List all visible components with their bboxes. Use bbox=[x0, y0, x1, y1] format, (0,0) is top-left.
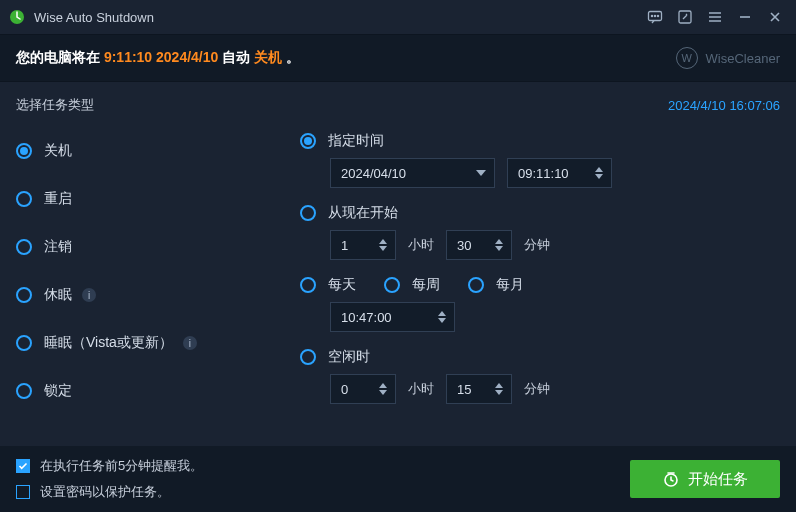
from-now-minutes-input[interactable]: 30 bbox=[446, 230, 512, 260]
status-post: 。 bbox=[282, 49, 300, 65]
status-mid: 自动 bbox=[218, 49, 254, 65]
radio-label: 睡眠（Vista或更新） bbox=[44, 334, 173, 352]
stepper-icon[interactable] bbox=[375, 383, 391, 395]
time-value: 09:11:10 bbox=[518, 166, 591, 181]
radio-indicator bbox=[16, 191, 32, 207]
radio-indicator bbox=[384, 277, 400, 293]
checkbox-label: 设置密码以保护任务。 bbox=[40, 483, 170, 501]
brand-label: WiseCleaner bbox=[706, 51, 780, 66]
radio-label: 每周 bbox=[412, 276, 440, 294]
stepper-icon[interactable] bbox=[491, 383, 507, 395]
radio-indicator bbox=[468, 277, 484, 293]
radio-label: 注销 bbox=[44, 238, 72, 256]
svg-point-2 bbox=[651, 15, 652, 16]
current-time: 2024/4/10 16:07:06 bbox=[668, 98, 780, 113]
radio-indicator bbox=[300, 205, 316, 221]
brand-icon: W bbox=[676, 47, 698, 69]
date-value: 2024/04/10 bbox=[341, 166, 472, 181]
radio-logoff[interactable]: 注销 bbox=[16, 228, 286, 266]
radio-label: 关机 bbox=[44, 142, 72, 160]
radio-idle[interactable]: 空闲时 bbox=[300, 348, 780, 366]
radio-indicator bbox=[16, 287, 32, 303]
stepper-icon[interactable] bbox=[491, 239, 507, 251]
idle-minutes-input[interactable]: 15 bbox=[446, 374, 512, 404]
radio-label: 从现在开始 bbox=[328, 204, 398, 222]
status-message: 您的电脑将在 9:11:10 2024/4/10 自动 关机 。 bbox=[16, 49, 300, 67]
date-input[interactable]: 2024/04/10 bbox=[330, 158, 495, 188]
radio-from-now[interactable]: 从现在开始 bbox=[300, 204, 780, 222]
input-value: 1 bbox=[341, 238, 375, 253]
unit-label: 小时 bbox=[408, 380, 434, 398]
checkbox-label: 在执行任务前5分钟提醒我。 bbox=[40, 457, 203, 475]
radio-label: 重启 bbox=[44, 190, 72, 208]
radio-monthly[interactable]: 每月 bbox=[468, 276, 524, 294]
stepper-icon[interactable] bbox=[591, 167, 607, 179]
minimize-icon[interactable] bbox=[734, 6, 756, 28]
checkbox-remind[interactable]: 在执行任务前5分钟提醒我。 bbox=[16, 457, 203, 475]
checkbox-indicator bbox=[16, 485, 30, 499]
stepper-icon[interactable] bbox=[434, 311, 450, 323]
svg-point-4 bbox=[657, 15, 658, 16]
svg-point-3 bbox=[654, 15, 655, 16]
menu-icon[interactable] bbox=[704, 6, 726, 28]
schedule-group: 指定时间 2024/04/10 09:11:10 从现在开始 1 小时 30 bbox=[286, 124, 780, 442]
radio-label: 空闲时 bbox=[328, 348, 370, 366]
radio-lock[interactable]: 锁定 bbox=[16, 372, 286, 410]
chevron-down-icon[interactable] bbox=[472, 170, 490, 176]
radio-indicator bbox=[16, 335, 32, 351]
stepper-icon[interactable] bbox=[375, 239, 391, 251]
clock-icon bbox=[662, 470, 680, 488]
titlebar: Wise Auto Shutdown bbox=[0, 0, 796, 34]
section-title: 选择任务类型 bbox=[16, 96, 94, 114]
radio-label: 每月 bbox=[496, 276, 524, 294]
input-value: 15 bbox=[457, 382, 491, 397]
recurrence-time-input[interactable]: 10:47:00 bbox=[330, 302, 455, 332]
radio-restart[interactable]: 重启 bbox=[16, 180, 286, 218]
radio-shutdown[interactable]: 关机 bbox=[16, 132, 286, 170]
time-input[interactable]: 09:11:10 bbox=[507, 158, 612, 188]
start-task-button[interactable]: 开始任务 bbox=[630, 460, 780, 498]
brand-link[interactable]: W WiseCleaner bbox=[676, 47, 780, 69]
radio-indicator bbox=[16, 143, 32, 159]
status-action: 关机 bbox=[254, 49, 282, 65]
radio-daily[interactable]: 每天 bbox=[300, 276, 356, 294]
unit-label: 分钟 bbox=[524, 236, 550, 254]
radio-label: 每天 bbox=[328, 276, 356, 294]
input-value: 30 bbox=[457, 238, 491, 253]
idle-hours-input[interactable]: 0 bbox=[330, 374, 396, 404]
info-icon[interactable]: i bbox=[183, 336, 197, 350]
time-value: 10:47:00 bbox=[341, 310, 434, 325]
radio-label: 指定时间 bbox=[328, 132, 384, 150]
radio-specified-time[interactable]: 指定时间 bbox=[300, 132, 780, 150]
status-time: 9:11:10 2024/4/10 bbox=[104, 49, 218, 65]
radio-hibernate[interactable]: 休眠 i bbox=[16, 276, 286, 314]
from-now-hours-input[interactable]: 1 bbox=[330, 230, 396, 260]
radio-label: 休眠 bbox=[44, 286, 72, 304]
radio-indicator bbox=[16, 383, 32, 399]
radio-label: 锁定 bbox=[44, 382, 72, 400]
radio-indicator bbox=[16, 239, 32, 255]
radio-indicator bbox=[300, 133, 316, 149]
start-task-label: 开始任务 bbox=[688, 470, 748, 489]
info-icon[interactable]: i bbox=[82, 288, 96, 302]
section-header: 选择任务类型 2024/4/10 16:07:06 bbox=[0, 82, 796, 118]
feedback-icon[interactable] bbox=[644, 6, 666, 28]
app-icon bbox=[8, 8, 26, 26]
input-value: 0 bbox=[341, 382, 375, 397]
unit-label: 小时 bbox=[408, 236, 434, 254]
radio-weekly[interactable]: 每周 bbox=[384, 276, 440, 294]
radio-sleep[interactable]: 睡眠（Vista或更新） i bbox=[16, 324, 286, 362]
unit-label: 分钟 bbox=[524, 380, 550, 398]
task-type-group: 关机 重启 注销 休眠 i 睡眠（Vista或更新） i 锁定 bbox=[16, 124, 286, 442]
app-title: Wise Auto Shutdown bbox=[34, 10, 154, 25]
checkbox-password[interactable]: 设置密码以保护任务。 bbox=[16, 483, 203, 501]
footer-bar: 在执行任务前5分钟提醒我。 设置密码以保护任务。 开始任务 bbox=[0, 446, 796, 512]
status-pre: 您的电脑将在 bbox=[16, 49, 104, 65]
status-banner: 您的电脑将在 9:11:10 2024/4/10 自动 关机 。 W WiseC… bbox=[0, 34, 796, 82]
edit-icon[interactable] bbox=[674, 6, 696, 28]
checkbox-indicator bbox=[16, 459, 30, 473]
radio-indicator bbox=[300, 277, 316, 293]
close-icon[interactable] bbox=[764, 6, 786, 28]
radio-indicator bbox=[300, 349, 316, 365]
